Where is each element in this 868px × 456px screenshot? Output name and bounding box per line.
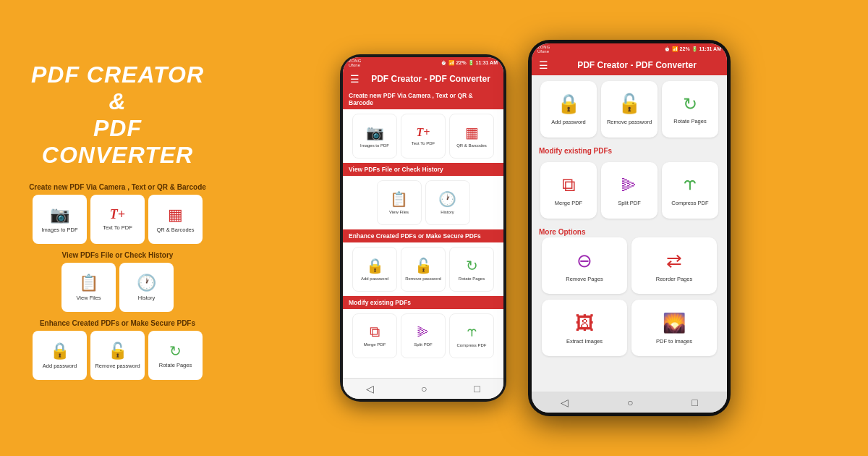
p2-card-label: Compress PDF	[671, 200, 708, 207]
left-card-view-files[interactable]: 📋 View Files	[61, 263, 116, 312]
p2-card-compress[interactable]: ⥾ Compress PDF	[662, 162, 718, 219]
phone1: ZONGUfone ⏰ 📶 22% 🔋 11:31 AM ☰ PDF Creat…	[340, 54, 506, 402]
left-card-add-password[interactable]: 🔒 Add password	[33, 331, 87, 380]
card-label: History	[441, 210, 454, 215]
create-grid: 📷 Images to PDF T+ Text To PDF ▦ QR & Ba…	[343, 109, 503, 163]
main-title: PDF CREATOR&PDF CONVERTER	[18, 62, 217, 168]
p2-card-label: Rotate Pages	[673, 118, 706, 125]
history-icon: 🕐	[137, 274, 156, 292]
card-qr[interactable]: ▦ QR & Barcodes	[449, 114, 494, 159]
p2-card-label: Split PDF	[618, 200, 641, 207]
section-header-view: View PDFs File or Check History	[343, 163, 503, 176]
left-card-qr[interactable]: ▦ QR & Barcodes	[148, 195, 203, 244]
status-bar-1: ZONGUfone ⏰ 📶 22% 🔋 11:31 AM	[343, 57, 503, 69]
p2-card-remove-pages[interactable]: ⊖ Remove Pages	[542, 237, 627, 294]
card-view-files[interactable]: 📋 View Files	[377, 180, 422, 225]
section-header-enhance: Enhance Created PDFs or Make Secure PDFs	[343, 229, 503, 242]
left-panel: PDF CREATOR&PDF CONVERTER Create new PDF…	[0, 54, 217, 387]
p2-card-label: Remove Pages	[566, 276, 603, 282]
recents-button[interactable]: □	[474, 383, 480, 394]
remove-pages-icon: ⊖	[576, 250, 592, 272]
screen-content-2[interactable]: 🔒 Add password 🔓 Remove password ↻ Rotat…	[532, 75, 727, 392]
card-split[interactable]: ⫸ Split PDF	[401, 313, 446, 358]
card-history[interactable]: 🕐 History	[425, 180, 470, 225]
card-label: Add password	[361, 276, 388, 282]
back-button[interactable]: ◁	[366, 383, 374, 394]
view-files-icon: 📋	[79, 274, 98, 292]
status-icons: ⏰ 📶 22% 🔋 11:31 AM	[441, 60, 498, 66]
screen-content-1[interactable]: Create new PDF Via Camera , Text or QR &…	[343, 89, 503, 378]
left-card-remove-password[interactable]: 🔓 Remove password	[90, 331, 145, 380]
back-button-2[interactable]: ◁	[561, 397, 569, 408]
card-label: Compress PDF	[456, 343, 486, 348]
phone2-body: ZONGUfone ⏰ 📶 22% 🔋 11:31 AM ☰ PDF Creat…	[528, 40, 731, 416]
app-title-1: PDF Creator - PDF Converter	[365, 74, 496, 84]
hamburger-menu[interactable]: ☰	[350, 73, 359, 85]
unlock-icon: 🔓	[108, 342, 127, 360]
unlock-icon-2: 🔓	[618, 93, 641, 115]
qr-icon: ▦	[168, 206, 183, 224]
card-remove-password[interactable]: 🔓 Remove password	[401, 247, 446, 292]
card-label: Images to PDF	[360, 143, 389, 148]
status-icons-2: ⏰ 📶 22% 🔋 11:31 AM	[664, 46, 721, 52]
lock-icon: 🔒	[50, 342, 69, 360]
phone1-body: ZONGUfone ⏰ 📶 22% 🔋 11:31 AM ☰ PDF Creat…	[340, 54, 506, 402]
rotate-icon-2: ↻	[683, 94, 697, 114]
left-card-label: Remove password	[95, 363, 140, 369]
home-button-2[interactable]: ○	[627, 397, 633, 408]
left-card-label: View Files	[76, 295, 101, 301]
left-card-label: QR & Barcodes	[156, 227, 194, 233]
p2-card-reorder-pages[interactable]: ⇄ Reorder Pages	[631, 237, 717, 294]
p2-card-split[interactable]: ⫸ Split PDF	[601, 162, 658, 219]
phone2: ZONGUfone ⏰ 📶 22% 🔋 11:31 AM ☰ PDF Creat…	[506, 40, 731, 416]
hamburger-menu-2[interactable]: ☰	[539, 59, 548, 71]
card-text-pdf[interactable]: T+ Text To PDF	[401, 114, 446, 159]
card-add-password[interactable]: 🔒 Add password	[352, 247, 397, 292]
p2-card-pdf-to-images[interactable]: 🌄 PDF to Images	[631, 300, 717, 356]
text-to-pdf-icon: T+	[417, 126, 430, 139]
section-header-modify: Modify existing PDFs	[343, 296, 503, 309]
split-icon: ⫸	[416, 324, 430, 340]
left-card-label: History	[138, 295, 155, 301]
p2-section-modify: Modify existing PDFs	[532, 143, 727, 156]
section3-label: Enhance Created PDFs or Make Secure PDFs	[24, 319, 212, 327]
card-label: Merge PDF	[364, 342, 386, 347]
p2-modify-grid: ⧉ Merge PDF ⫸ Split PDF ⥾ Compress PDF	[532, 156, 727, 224]
p2-card-label: PDF to Images	[656, 338, 692, 345]
left-card-images-to-pdf[interactable]: 📷 Images to PDF	[33, 195, 87, 244]
card-label: Split PDF	[414, 342, 432, 347]
merge-icon: ⧉	[370, 324, 380, 340]
card-label: Remove password	[405, 276, 441, 282]
p2-card-rotate[interactable]: ↻ Rotate Pages	[662, 81, 718, 138]
bottom-nav-2: ◁ ○ □	[532, 392, 727, 413]
card-merge[interactable]: ⧉ Merge PDF	[352, 313, 397, 358]
bottom-nav-1: ◁ ○ □	[343, 378, 503, 399]
view-files-icon: 📋	[390, 190, 408, 208]
p2-card-label: Reorder Pages	[656, 276, 692, 282]
p2-card-label: Extract Images	[566, 338, 603, 345]
card-rotate[interactable]: ↻ Rotate Pages	[449, 247, 494, 292]
recents-button-2[interactable]: □	[692, 397, 697, 408]
card-label: Text To PDF	[412, 141, 435, 146]
home-button[interactable]: ○	[421, 383, 427, 394]
app-title-2: PDF Creator - PDF Converter	[554, 60, 720, 70]
p2-card-add-password[interactable]: 🔒 Add password	[540, 81, 597, 138]
rotate-icon: ↻	[169, 342, 182, 360]
card-label: Rotate Pages	[459, 276, 485, 282]
carrier-label-2: ZONGUfone	[537, 45, 550, 54]
p2-card-extract-images[interactable]: 🖼 Extract Images	[542, 300, 627, 356]
app-bar-2: ☰ PDF Creator - PDF Converter	[532, 55, 727, 75]
phone2-screen: ZONGUfone ⏰ 📶 22% 🔋 11:31 AM ☰ PDF Creat…	[532, 43, 727, 413]
section-header-create: Create new PDF Via Camera , Text or QR &…	[343, 89, 503, 109]
section2-label: View PDFs File or Check History	[24, 251, 212, 259]
unlock-icon: 🔓	[414, 257, 433, 274]
card-compress[interactable]: ⥾ Compress PDF	[449, 313, 494, 358]
enhance-grid: 🔒 Add password 🔓 Remove password ↻ Rotat…	[343, 242, 503, 296]
modify-grid: ⧉ Merge PDF ⫸ Split PDF ⥾ Compress PDF	[343, 309, 503, 363]
left-card-text-to-pdf[interactable]: T+ Text To PDF	[90, 195, 145, 244]
left-card-history[interactable]: 🕐 History	[119, 263, 174, 312]
left-card-rotate[interactable]: ↻ Rotate Pages	[148, 331, 203, 380]
card-images-pdf[interactable]: 📷 Images to PDF	[352, 114, 397, 159]
p2-card-remove-password[interactable]: 🔓 Remove password	[601, 81, 658, 138]
p2-card-merge[interactable]: ⧉ Merge PDF	[540, 162, 597, 219]
